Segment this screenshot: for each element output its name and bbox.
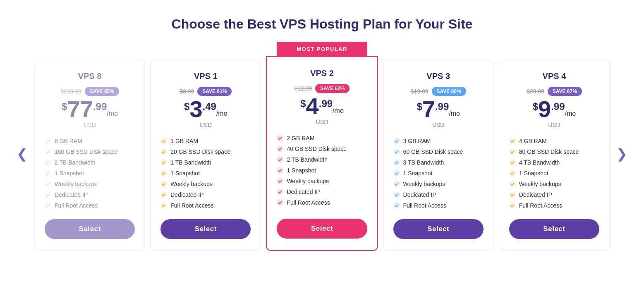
svg-point-8 xyxy=(160,148,167,155)
feature-item: Full Root Access xyxy=(393,200,484,211)
feature-item: 160 GB SSD Disk space xyxy=(45,146,135,157)
feature-item: 2 GB RAM xyxy=(277,133,367,143)
feature-item: Weekly backups xyxy=(45,179,135,189)
price-decimal: .99 xyxy=(551,101,565,112)
svg-point-9 xyxy=(160,159,167,166)
select-button-vps8[interactable]: Select xyxy=(45,219,135,239)
svg-point-19 xyxy=(277,189,283,195)
feature-item: Dedicated IP xyxy=(509,189,599,200)
svg-point-5 xyxy=(45,191,51,198)
features-list: 2 GB RAM40 GB SSD Disk space2 TB Bandwid… xyxy=(277,133,367,210)
feature-item: Weekly backups xyxy=(160,179,251,189)
original-price: $8.99 xyxy=(180,88,194,95)
svg-point-13 xyxy=(160,202,167,209)
svg-point-26 xyxy=(393,191,400,198)
svg-point-24 xyxy=(393,170,400,177)
price-main: 3 xyxy=(189,98,202,121)
plan-card-vps2: VPS 2 $12.99 SAVE 62% $ 4 .99 /mo USD 2 … xyxy=(266,56,378,251)
price-main: 7 xyxy=(422,98,435,121)
select-button-vps3[interactable]: Select xyxy=(393,219,484,239)
feature-item: Full Root Access xyxy=(509,200,599,211)
svg-point-27 xyxy=(393,202,400,209)
svg-point-28 xyxy=(509,138,516,144)
price-dollar: $ xyxy=(533,101,538,112)
price-per: /mo xyxy=(107,110,118,117)
price-main: 9 xyxy=(538,98,551,121)
plan-name: VPS 1 xyxy=(194,72,218,81)
price-dollar: $ xyxy=(184,101,189,112)
feature-item: 3 TB Bandwidth xyxy=(393,157,484,168)
features-list: 4 GB RAM80 GB SSD Disk space4 TB Bandwid… xyxy=(509,136,599,211)
feature-item: 1 Snapshot xyxy=(509,168,599,179)
price-display: $ 77 .99 /mo xyxy=(62,98,118,121)
feature-item: 40 GB SSD Disk space xyxy=(277,143,367,154)
feature-item: 1 Snapshot xyxy=(393,168,484,179)
plans-wrapper: ❮ VPS 8 $219.99 SAVE 65% $ 77 .99 /mo US… xyxy=(0,56,644,251)
plan-name: VPS 3 xyxy=(426,72,450,81)
features-list: 1 GB RAM20 GB SSD Disk space1 TB Bandwid… xyxy=(160,136,251,211)
nav-right-arrow[interactable]: ❯ xyxy=(612,56,632,251)
price-decimal: .99 xyxy=(319,98,333,110)
svg-point-10 xyxy=(160,170,167,177)
feature-item: 1 Snapshot xyxy=(277,165,367,176)
page-title: Choose the Best VPS Hosting Plan for You… xyxy=(172,17,473,32)
svg-point-23 xyxy=(393,159,400,166)
svg-point-16 xyxy=(277,156,283,163)
plan-name: VPS 4 xyxy=(543,72,566,81)
price-dollar: $ xyxy=(300,98,306,110)
save-badge: SAVE 65% xyxy=(85,87,119,96)
price-main: 4 xyxy=(306,95,319,118)
price-display: $ 4 .99 /mo xyxy=(300,95,344,118)
price-currency: USD xyxy=(200,122,212,128)
svg-point-17 xyxy=(277,167,283,174)
original-price: $219.99 xyxy=(60,88,81,95)
svg-point-4 xyxy=(45,181,51,187)
save-badge: SAVE 60% xyxy=(432,87,466,96)
svg-point-33 xyxy=(509,191,516,198)
select-button-vps4[interactable]: Select xyxy=(509,219,599,239)
svg-point-12 xyxy=(160,191,167,198)
price-main: 77 xyxy=(67,98,93,121)
plans-container: VPS 8 $219.99 SAVE 65% $ 77 .99 /mo USD … xyxy=(32,56,612,251)
select-button-vps2[interactable]: Select xyxy=(277,219,367,239)
svg-point-15 xyxy=(277,146,283,152)
feature-item: Dedicated IP xyxy=(160,189,251,200)
plan-card-vps8: VPS 8 $219.99 SAVE 65% $ 77 .99 /mo USD … xyxy=(34,60,145,251)
feature-item: 4 GB RAM xyxy=(509,136,599,146)
feature-item: 8 GB RAM xyxy=(45,136,135,146)
price-per: /mo xyxy=(565,110,576,117)
original-price: $19.99 xyxy=(411,88,429,95)
svg-point-18 xyxy=(277,178,283,184)
plan-card-vps1: VPS 1 $8.99 SAVE 61% $ 3 .49 /mo USD 1 G… xyxy=(150,60,261,251)
nav-left-arrow[interactable]: ❮ xyxy=(12,56,32,251)
feature-item: 2 TB Bandwidth xyxy=(277,154,367,165)
svg-point-20 xyxy=(277,199,283,206)
svg-point-25 xyxy=(393,181,400,187)
feature-item: 1 Snapshot xyxy=(160,168,251,179)
svg-point-6 xyxy=(45,202,51,209)
original-price: $12.99 xyxy=(294,85,312,92)
svg-point-3 xyxy=(45,170,51,177)
feature-item: Dedicated IP xyxy=(277,186,367,197)
svg-point-7 xyxy=(160,138,167,144)
svg-point-14 xyxy=(277,135,283,141)
price-display: $ 3 .49 /mo xyxy=(184,98,227,121)
feature-item: Weekly backups xyxy=(509,179,599,189)
svg-point-1 xyxy=(45,148,51,155)
price-per: /mo xyxy=(216,110,227,117)
most-popular-badge: MOST POPULAR xyxy=(277,42,367,56)
price-decimal: .99 xyxy=(435,101,449,112)
plan-name: VPS 2 xyxy=(310,69,334,78)
feature-item: Full Root Access xyxy=(160,200,251,211)
feature-item: Dedicated IP xyxy=(393,189,484,200)
price-decimal: .99 xyxy=(93,101,107,112)
svg-point-31 xyxy=(509,170,516,177)
feature-item: Full Root Access xyxy=(45,200,135,211)
select-button-vps1[interactable]: Select xyxy=(160,219,251,239)
price-dollar: $ xyxy=(417,101,422,112)
svg-point-32 xyxy=(509,181,516,187)
feature-item: Dedicated IP xyxy=(45,189,135,200)
price-decimal: .49 xyxy=(203,101,216,112)
svg-point-21 xyxy=(393,138,400,144)
features-list: 8 GB RAM160 GB SSD Disk space2 TB Bandwi… xyxy=(45,136,135,211)
